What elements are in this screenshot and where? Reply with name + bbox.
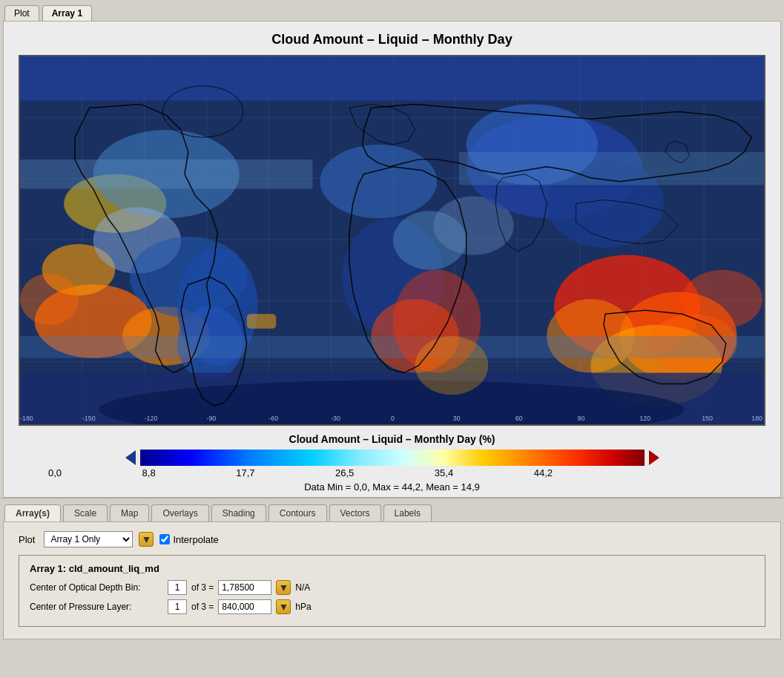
svg-text:-120: -120 — [145, 415, 158, 422]
svg-text:0: 0 — [391, 415, 395, 422]
optical-depth-unit: N/A — [295, 582, 310, 593]
svg-text:-90: -90 — [206, 415, 216, 422]
svg-point-48 — [682, 270, 762, 329]
pressure-layer-unit: hPa — [295, 602, 311, 612]
optical-depth-of-text: of 3 = — [191, 582, 214, 593]
optical-depth-label: Center of Optical Depth Bin: — [30, 582, 163, 593]
plot-select[interactable]: Array 1 Only — [44, 531, 133, 547]
svg-point-47 — [415, 336, 489, 395]
tab-map[interactable]: Map — [110, 504, 149, 521]
tab-array1[interactable]: Array 1 — [42, 5, 92, 21]
svg-text:-180: -180 — [20, 415, 33, 422]
tab-arrays[interactable]: Array(s) — [4, 504, 61, 521]
colorbar-arrow-left — [125, 450, 136, 465]
svg-rect-41 — [20, 56, 764, 101]
interpolate-checkbox[interactable] — [159, 534, 170, 544]
tab-plot[interactable]: Plot — [4, 5, 39, 21]
svg-rect-26 — [247, 314, 276, 329]
colorbar-arrow-right — [649, 450, 659, 465]
svg-text:30: 30 — [453, 415, 461, 422]
pressure-layer-of-text: of 3 = — [191, 602, 214, 612]
plot-field-label: Plot — [19, 534, 35, 545]
tab-contours[interactable]: Contours — [269, 504, 327, 521]
svg-text:150: 150 — [702, 415, 713, 422]
colorbar-gradient — [140, 450, 645, 466]
colorbar-title: Cloud Amount – Liquid – Monthly Day (%) — [19, 433, 765, 445]
pressure-layer-value[interactable] — [218, 599, 271, 614]
svg-text:180: 180 — [751, 415, 762, 422]
svg-text:90: 90 — [578, 415, 585, 422]
optical-depth-btn[interactable]: ▼ — [276, 580, 291, 595]
colorbar-labels: 0,0 8,8 17,7 26,5 35,4 44,2 — [48, 466, 553, 478]
svg-text:120: 120 — [639, 415, 650, 422]
interpolate-label: Interpolate — [173, 534, 218, 545]
svg-rect-45 — [20, 336, 764, 358]
pressure-layer-btn[interactable]: ▼ — [276, 599, 291, 614]
tab-labels[interactable]: Labels — [383, 504, 432, 521]
svg-text:-60: -60 — [269, 415, 278, 422]
tab-shading[interactable]: Shading — [211, 504, 266, 521]
array-box-title: Array 1: cld_amount_liq_md — [30, 563, 754, 574]
svg-text:-150: -150 — [82, 415, 96, 422]
pressure-layer-current[interactable] — [168, 599, 187, 614]
optical-depth-current[interactable] — [168, 580, 187, 595]
svg-point-49 — [20, 274, 79, 325]
plot-dropdown-btn[interactable]: ▼ — [139, 532, 154, 547]
world-map: -180 -150 -120 -90 -60 -30 0 30 60 90 12… — [19, 55, 765, 426]
svg-text:60: 60 — [515, 415, 523, 422]
svg-rect-43 — [20, 159, 312, 189]
tab-scale[interactable]: Scale — [63, 504, 108, 521]
pressure-layer-label: Center of Pressure Layer: — [30, 602, 163, 612]
plot-title: Cloud Amount – Liquid – Monthly Day — [4, 22, 780, 55]
svg-point-27 — [320, 145, 437, 218]
svg-text:-30: -30 — [331, 415, 340, 422]
tab-vectors[interactable]: Vectors — [329, 504, 381, 521]
stats-line: Data Min = 0,0, Max = 44,2, Mean = 14,9 — [19, 481, 765, 493]
tab-overlays[interactable]: Overlays — [151, 504, 208, 521]
array-box: Array 1: cld_amount_liq_md Center of Opt… — [19, 555, 765, 627]
optical-depth-value[interactable] — [218, 580, 271, 595]
